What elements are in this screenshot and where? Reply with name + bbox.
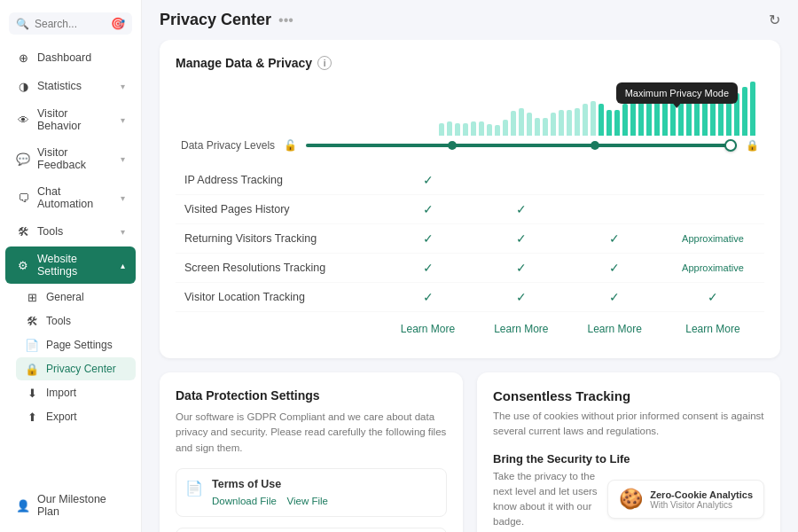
check-icon: ✓ — [516, 231, 527, 246]
consentless-title: Consentless Tracking — [493, 388, 764, 403]
download-file-link[interactable]: Download File — [212, 496, 277, 506]
learn-more-row: Learn More Learn More Learn More Learn M… — [176, 312, 764, 343]
privacy-bar — [742, 87, 747, 136]
chevron-down-icon: ▾ — [121, 227, 125, 237]
privacy-bar — [463, 123, 468, 136]
slider-marker-2 — [591, 141, 599, 150]
privacy-level-slider[interactable] — [306, 144, 737, 147]
terms-title: Terms of Use — [212, 478, 335, 490]
sidebar-item-visitor-behavior[interactable]: 👁 Visitor Behavior ▾ — [5, 101, 136, 138]
bring-security-description: Take the privacy to the next level and l… — [493, 469, 598, 530]
sidebar-label-website-settings: Website Settings — [37, 253, 113, 278]
view-file-link-terms[interactable]: View File — [287, 496, 328, 506]
privacy-bar — [455, 123, 460, 136]
dashboard-icon: ⊕ — [16, 51, 30, 65]
page-header: Privacy Center ••• ↻ — [142, 0, 798, 40]
refresh-button[interactable]: ↻ — [769, 12, 780, 28]
privacy-slider-section: Maximum Privacy Mode Data Privacy Levels… — [176, 82, 764, 152]
feature-label: Returning Visitors Tracking — [176, 224, 381, 254]
sidebar-label-import: Import — [46, 387, 76, 399]
privacy-bar — [575, 108, 580, 136]
privacy-bar — [479, 121, 484, 136]
learn-more-link-3[interactable]: Learn More — [587, 323, 641, 335]
privacy-bar — [654, 98, 660, 136]
info-icon[interactable]: i — [317, 56, 332, 70]
check-icon: ✓ — [423, 231, 434, 246]
manage-privacy-card: Manage Data & Privacy i Maximum Privacy … — [160, 40, 780, 358]
website-settings-icon: ⚙ — [16, 258, 30, 272]
privacy-bar — [439, 123, 444, 136]
sidebar-item-milestone[interactable]: 👤 Our Milestone Plan — [5, 487, 136, 524]
slider-label: Data Privacy Levels — [181, 139, 275, 152]
privacy-bar — [567, 110, 572, 136]
cookie-icon: 🍪 — [619, 488, 643, 511]
check-icon: ✓ — [423, 173, 434, 187]
privacy-bar — [622, 104, 628, 136]
data-privacy-slider-row: Data Privacy Levels 🔓 🔒 — [176, 139, 764, 152]
more-options-button[interactable]: ••• — [278, 12, 293, 28]
slider-thumb[interactable] — [724, 139, 737, 152]
lock-icon: 🔒 — [746, 139, 759, 152]
privacy-center-icon: 🔒 — [25, 362, 39, 376]
tools-sub-icon: 🛠 — [25, 314, 39, 328]
sidebar-label-page-settings: Page Settings — [46, 339, 113, 351]
feature-label: Visitor Location Tracking — [176, 283, 381, 312]
privacy-bar — [535, 118, 540, 136]
statistics-icon: ◑ — [16, 79, 30, 93]
sidebar-item-chat-automation[interactable]: 🗨 Chat Automation ▾ — [5, 179, 136, 216]
sidebar-label-tools: Tools — [37, 225, 63, 238]
sidebar-item-page-settings[interactable]: 📄 Page Settings — [16, 333, 136, 356]
feature-check: ✓ — [381, 166, 474, 195]
search-bar[interactable]: 🔍 🎯 — [9, 12, 132, 35]
sidebar-item-dashboard[interactable]: ⊕ Dashboard — [5, 44, 136, 71]
sidebar-item-import[interactable]: ⬇ Import — [16, 381, 136, 404]
privacy-bar — [487, 124, 492, 136]
privacy-bar — [471, 121, 476, 137]
check-icon: ✓ — [516, 290, 527, 304]
general-icon: ⊞ — [25, 290, 39, 304]
bottom-cards-row: Data Protection Settings Our software is… — [160, 372, 780, 532]
table-row: Visited Pages History ✓ ✓ — [176, 195, 764, 224]
chat-automation-icon: 🗨 — [16, 191, 30, 205]
sidebar-item-tools-sub[interactable]: 🛠 Tools — [16, 309, 136, 332]
table-row: Returning Visitors Tracking ✓ ✓ ✓ Approx… — [176, 224, 764, 254]
chevron-down-icon: ▾ — [121, 115, 125, 125]
document-icon: 📄 — [185, 480, 203, 497]
sidebar-item-privacy-center[interactable]: 🔒 Privacy Center — [16, 357, 136, 380]
privacy-bar — [447, 121, 452, 136]
approximative-label: Approximative — [682, 262, 744, 273]
check-icon: ✓ — [708, 290, 718, 304]
search-input[interactable] — [35, 18, 106, 30]
sidebar-item-visitor-feedback[interactable]: 💬 Visitor Feedback ▾ — [5, 140, 136, 177]
chevron-up-icon: ▴ — [121, 261, 125, 270]
page-settings-icon: 📄 — [25, 338, 39, 352]
privacy-bar — [583, 104, 588, 136]
approximative-label: Approximative — [682, 233, 744, 244]
sidebar-item-general[interactable]: ⊞ General — [16, 286, 136, 309]
learn-more-link-4[interactable]: Learn More — [685, 323, 739, 335]
import-icon: ⬇ — [25, 386, 39, 400]
sidebar-item-export[interactable]: ⬆ Export — [16, 405, 136, 428]
sidebar-label-chat-automation: Chat Automation — [37, 185, 113, 210]
privacy-bar — [511, 111, 516, 136]
sidebar-label-visitor-behavior: Visitor Behavior — [37, 107, 113, 132]
sidebar-item-tools[interactable]: 🛠 Tools ▾ — [5, 218, 136, 245]
tools-icon: 🛠 — [16, 224, 30, 239]
privacy-bar — [598, 104, 604, 136]
learn-more-link-1[interactable]: Learn More — [401, 323, 455, 335]
sidebar-label-dashboard: Dashboard — [37, 51, 91, 64]
terms-of-use-item: 📄 Terms of Use Download File View File — [176, 468, 447, 517]
privacy-bar — [606, 110, 612, 136]
check-icon: ✓ — [423, 290, 434, 304]
website-settings-subnav: ⊞ General 🛠 Tools 📄 Page Settings 🔒 Priv… — [0, 285, 141, 429]
sidebar-label-export: Export — [46, 411, 77, 423]
learn-more-link-2[interactable]: Learn More — [494, 323, 548, 335]
sidebar-item-statistics[interactable]: ◑ Statistics ▾ — [5, 73, 136, 99]
sidebar-item-website-settings[interactable]: ⚙ Website Settings ▴ — [5, 246, 136, 284]
table-row: IP Address Tracking ✓ — [176, 166, 764, 195]
check-icon: ✓ — [516, 202, 527, 216]
sidebar-label-tools-sub: Tools — [46, 315, 71, 327]
privacy-bar — [543, 118, 548, 136]
sidebar-label-statistics: Statistics — [37, 80, 82, 92]
data-protection-card: Data Protection Settings Our software is… — [160, 372, 463, 532]
